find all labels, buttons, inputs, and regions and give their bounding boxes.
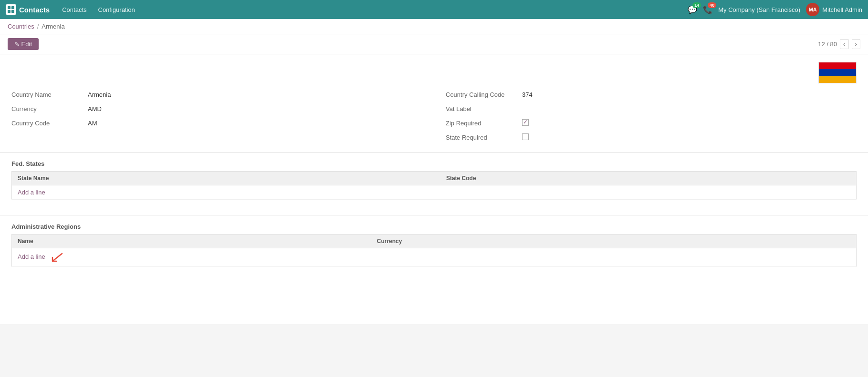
breadcrumb-separator: /	[37, 23, 39, 30]
admin-regions-table: Name Currency Add a line	[11, 234, 857, 267]
edit-button[interactable]: ✎ Edit	[8, 38, 39, 50]
admin-regions-section: Administrative Regions Name Currency Add…	[0, 215, 868, 267]
nav-configuration[interactable]: Configuration	[94, 4, 140, 15]
messages-button[interactable]: 💬 14	[688, 5, 697, 14]
zip-required-checkbox[interactable]	[522, 119, 529, 126]
admin-regions-col-currency: Currency	[371, 234, 857, 248]
app-logo-icon	[6, 4, 16, 15]
flag-stripe-red	[819, 62, 856, 69]
fed-states-table: State Name State Code Add a line	[11, 171, 857, 200]
svg-rect-2	[8, 10, 10, 13]
country-name-row: Country Name Armenia	[11, 87, 422, 102]
currency-row: Currency AMD	[11, 102, 422, 116]
pager: 12 / 80 ‹ ›	[818, 39, 860, 49]
fed-states-col-name: State Name	[12, 172, 440, 185]
svg-rect-0	[8, 6, 10, 9]
country-code-label: Country Code	[11, 120, 88, 127]
main-content: Country Name Armenia Currency AMD Countr…	[0, 54, 868, 324]
fed-states-section: Fed. States State Name State Code Add a …	[0, 153, 868, 200]
admin-regions-add-line[interactable]: Add a line	[18, 253, 45, 260]
calling-code-row: Country Calling Code 374	[446, 87, 857, 102]
user-name: Mitchell Admin	[822, 6, 862, 13]
app-logo[interactable]: Contacts	[6, 4, 50, 15]
flag-area	[0, 54, 868, 87]
zip-required-label: Zip Required	[446, 120, 522, 127]
currency-label: Currency	[11, 105, 88, 112]
vat-label-label: Vat Label	[446, 105, 522, 112]
pager-info: 12 / 80	[818, 41, 837, 48]
state-required-checkbox[interactable]	[522, 133, 529, 140]
toolbar: ✎ Edit 12 / 80 ‹ ›	[0, 34, 868, 54]
nav-contacts[interactable]: Contacts	[57, 4, 91, 15]
fed-states-add-row: Add a line	[12, 185, 857, 200]
country-code-row: Country Code AM	[11, 116, 422, 130]
user-avatar: MA	[806, 3, 819, 16]
form-divider	[434, 87, 434, 144]
admin-regions-title: Administrative Regions	[11, 223, 857, 230]
calls-badge: 40	[708, 2, 716, 8]
svg-rect-3	[11, 10, 14, 13]
country-name-value: Armenia	[88, 91, 422, 98]
page-bottom-spacer	[0, 267, 868, 324]
flag-stripe-orange	[819, 76, 856, 83]
topbar-right: 💬 14 📞 40 My Company (San Francisco) MA …	[688, 3, 862, 16]
svg-line-4	[52, 254, 62, 261]
flag-stripe-blue	[819, 69, 856, 76]
admin-regions-col-name: Name	[12, 234, 371, 248]
company-selector[interactable]: My Company (San Francisco)	[718, 6, 800, 13]
breadcrumb-parent[interactable]: Countries	[8, 23, 34, 30]
currency-value: AMD	[88, 105, 422, 112]
breadcrumb: Countries / Armenia	[0, 19, 868, 34]
form-section: Country Name Armenia Currency AMD Countr…	[0, 87, 868, 144]
topbar-nav: Contacts Configuration	[57, 4, 680, 15]
state-required-label: State Required	[446, 134, 522, 141]
calling-code-label: Country Calling Code	[446, 91, 522, 98]
country-name-label: Country Name	[11, 91, 88, 98]
red-arrow-icon	[49, 252, 63, 263]
country-flag	[818, 62, 857, 83]
zip-required-row: Zip Required	[446, 116, 857, 130]
form-left-col: Country Name Armenia Currency AMD Countr…	[11, 87, 422, 144]
pager-next[interactable]: ›	[852, 39, 860, 49]
form-right-col: Country Calling Code 374 Vat Label Zip R…	[446, 87, 857, 144]
admin-regions-add-row: Add a line	[12, 248, 857, 267]
topbar: Contacts Contacts Configuration 💬 14 📞 4…	[0, 0, 868, 19]
app-name: Contacts	[19, 6, 50, 14]
calls-button[interactable]: 📞 40	[703, 5, 712, 14]
country-code-value: AM	[88, 120, 422, 127]
fed-states-title: Fed. States	[11, 160, 857, 167]
fed-states-add-line[interactable]: Add a line	[18, 189, 45, 196]
user-menu[interactable]: MA Mitchell Admin	[806, 3, 862, 16]
breadcrumb-current: Armenia	[42, 23, 64, 30]
vat-label-row: Vat Label	[446, 102, 857, 116]
avatar-initials: MA	[809, 7, 817, 12]
state-required-value	[522, 133, 857, 142]
svg-rect-1	[11, 6, 14, 9]
messages-badge: 14	[692, 2, 701, 8]
zip-required-value	[522, 119, 857, 127]
calling-code-value: 374	[522, 91, 857, 98]
state-required-row: State Required	[446, 130, 857, 144]
pager-prev[interactable]: ‹	[840, 39, 848, 49]
fed-states-col-code: State Code	[440, 172, 857, 185]
